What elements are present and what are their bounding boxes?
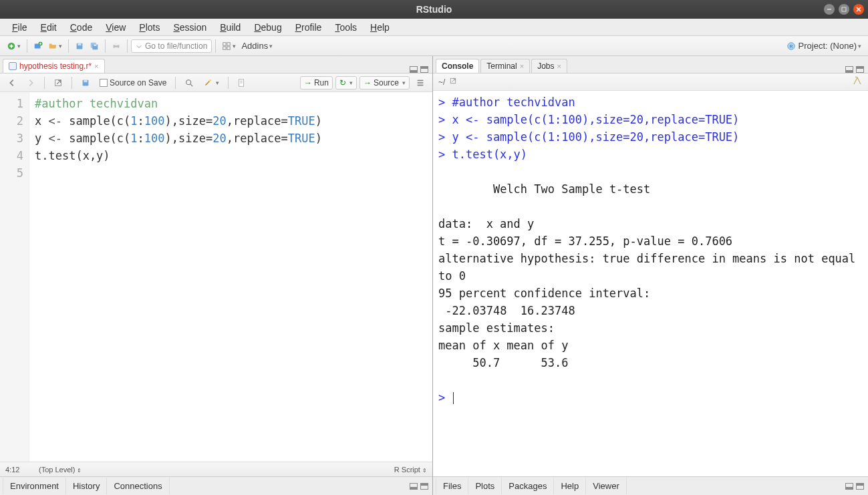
back-button[interactable] <box>4 77 20 89</box>
find-button[interactable] <box>181 77 197 89</box>
menu-debug[interactable]: Debug <box>247 19 288 35</box>
save-all-button[interactable] <box>87 40 102 52</box>
pane-collapse-icon[interactable] <box>845 66 853 73</box>
open-file-button[interactable]: ▾ <box>45 40 65 52</box>
project-menu[interactable]: R Project: (None) ▾ <box>784 39 864 52</box>
svg-rect-18 <box>114 47 118 49</box>
editor-statusbar: 4:12 (Top Level) ⇕ R Script ⇕ <box>0 462 432 476</box>
console-output[interactable]: > #author techvidvan > x <- sample(c(1:1… <box>433 91 868 476</box>
scope-nav[interactable]: (Top Level) ⇕ <box>39 466 82 474</box>
tab-packages[interactable]: Packages <box>502 478 554 494</box>
code-editor[interactable]: 12345 #author techvidvan x <- sample(c(1… <box>0 92 432 462</box>
save-file-button[interactable] <box>78 77 94 89</box>
pane-maximize-icon[interactable] <box>420 66 428 73</box>
tab-jobs[interactable]: Jobs× <box>531 59 567 73</box>
tab-files[interactable]: Files <box>436 478 468 494</box>
svg-rect-27 <box>84 79 87 82</box>
svg-rect-19 <box>223 42 226 45</box>
source-tab[interactable]: hypothesis testing.r* × <box>3 59 105 73</box>
tab-console[interactable]: Console <box>436 59 479 73</box>
pane-maximize-icon[interactable] <box>856 483 864 490</box>
outline-button[interactable] <box>412 77 428 89</box>
menu-view[interactable]: View <box>99 19 132 35</box>
popup-icon[interactable] <box>449 77 457 87</box>
tab-connections[interactable]: Connections <box>107 478 169 494</box>
main-area: hypothesis testing.r* × Source on Save ▾… <box>0 56 868 495</box>
tab-plots[interactable]: Plots <box>468 478 502 494</box>
console-path-bar: ~/ <box>433 73 868 91</box>
working-dir[interactable]: ~/ <box>438 77 445 87</box>
menu-plots[interactable]: Plots <box>132 19 166 35</box>
left-bottom-tabbar: Environment History Connections <box>0 476 432 495</box>
tab-terminal[interactable]: Terminal× <box>480 59 530 73</box>
code-content[interactable]: #author techvidvan x <- sample(c(1:100),… <box>29 92 432 462</box>
menu-build[interactable]: Build <box>213 19 247 35</box>
pane-collapse-icon[interactable] <box>845 483 853 490</box>
source-button[interactable]: → Source ▾ <box>359 76 410 90</box>
wand-button[interactable]: ▾ <box>200 77 223 89</box>
source-on-save-checkbox[interactable]: Source on Save <box>96 77 170 89</box>
tab-viewer[interactable]: Viewer <box>586 478 627 494</box>
right-bottom-tabbar: Files Plots Packages Help Viewer <box>433 476 868 495</box>
source-pane: hypothesis testing.r* × Source on Save ▾… <box>0 56 433 495</box>
tab-close-icon[interactable]: × <box>94 62 98 70</box>
window-minimize-button[interactable] <box>824 4 835 15</box>
lang-mode[interactable]: R Script ⇕ <box>394 466 427 474</box>
source-tabbar: hypothesis testing.r* × <box>0 56 432 73</box>
menu-edit[interactable]: Edit <box>34 19 63 35</box>
window-close-button[interactable] <box>853 4 864 15</box>
show-in-new-window-button[interactable] <box>50 77 66 89</box>
clear-console-button[interactable] <box>852 75 863 88</box>
editor-toolbar: Source on Save ▾ → Run ↻▾ → Source ▾ <box>0 73 432 92</box>
menu-tools[interactable]: Tools <box>328 19 364 35</box>
new-file-button[interactable]: ▾ <box>4 40 23 52</box>
pane-maximize-icon[interactable] <box>856 66 864 73</box>
svg-point-31 <box>209 79 212 81</box>
svg-point-28 <box>186 79 191 84</box>
console-tabbar: Console Terminal× Jobs× <box>433 56 868 73</box>
rerun-button[interactable]: ↻▾ <box>335 76 357 90</box>
pane-collapse-icon[interactable] <box>410 483 418 490</box>
svg-rect-21 <box>223 46 226 49</box>
line-gutter: 12345 <box>0 92 29 462</box>
menubar: File Edit Code View Plots Session Build … <box>0 19 868 36</box>
svg-rect-12 <box>78 43 81 45</box>
goto-file-function[interactable]: Go to file/function <box>131 39 212 53</box>
menu-session[interactable]: Session <box>166 19 213 35</box>
svg-rect-20 <box>227 42 230 45</box>
console-pane: Console Terminal× Jobs× ~/ > #author tec… <box>433 56 868 495</box>
new-project-button[interactable] <box>31 40 45 52</box>
save-button[interactable] <box>72 40 87 52</box>
menu-code[interactable]: Code <box>63 19 99 35</box>
svg-rect-17 <box>114 43 118 45</box>
tab-history[interactable]: History <box>66 478 107 494</box>
source-tab-label: hypothesis testing.r* <box>19 61 92 71</box>
cursor <box>453 392 454 404</box>
menu-file[interactable]: File <box>5 19 34 35</box>
pane-maximize-icon[interactable] <box>420 483 428 490</box>
run-button[interactable]: → Run <box>300 76 333 90</box>
cursor-pos: 4:12 <box>5 466 39 474</box>
window-maximize-button[interactable] <box>839 4 849 15</box>
rscript-file-icon <box>9 62 17 70</box>
print-button[interactable] <box>109 40 124 52</box>
addins-button[interactable]: Addins ▾ <box>239 39 275 52</box>
tab-environment[interactable]: Environment <box>3 478 66 494</box>
window-titlebar: RStudio <box>0 0 868 19</box>
forward-button[interactable] <box>23 77 39 89</box>
menu-profile[interactable]: Profile <box>289 19 329 35</box>
svg-rect-22 <box>227 46 230 49</box>
menu-help[interactable]: Help <box>364 19 396 35</box>
compile-report-button[interactable] <box>234 77 250 89</box>
window-title: RStudio <box>44 4 824 15</box>
svg-rect-15 <box>94 44 96 46</box>
svg-text:R: R <box>789 43 792 48</box>
grid-button[interactable]: ▾ <box>219 40 239 52</box>
tab-help[interactable]: Help <box>554 478 586 494</box>
svg-rect-1 <box>842 7 846 11</box>
svg-line-29 <box>190 84 193 86</box>
pane-collapse-icon[interactable] <box>410 66 418 73</box>
main-toolbar: ▾ ▾ Go to file/function ▾ Addins ▾ R Pro… <box>0 36 868 56</box>
